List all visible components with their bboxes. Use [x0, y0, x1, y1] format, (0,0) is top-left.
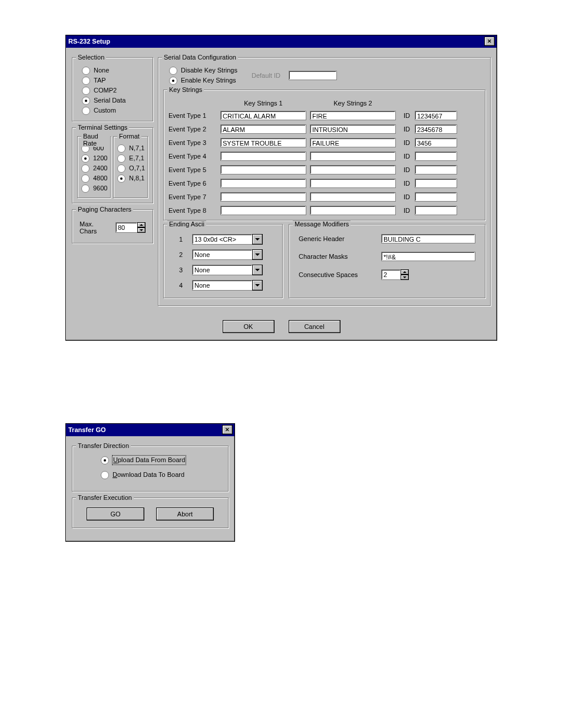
radio-icon — [101, 456, 109, 465]
radio-icon — [82, 77, 90, 85]
baud-1200[interactable]: 1200 — [81, 154, 108, 163]
transfer-execution-group: Transfer Execution GO Abort — [72, 498, 229, 528]
ks-mode-disable[interactable]: Disable Key Strings — [169, 66, 237, 75]
event-type-5-id[interactable] — [415, 165, 457, 174]
chevron-down-icon[interactable] — [252, 265, 263, 275]
ending-ascii-4-num: 4 — [176, 282, 186, 289]
radio-icon — [117, 154, 125, 163]
spinner-up-icon[interactable] — [401, 269, 409, 275]
paging-chars-group: Paging Characters Max. Chars 80 — [72, 209, 153, 243]
selection-option-none[interactable]: None — [82, 66, 148, 75]
event-type-8-id[interactable] — [415, 206, 457, 215]
format-n81[interactable]: N,8,1 — [117, 174, 145, 183]
default-id-label: Default ID — [252, 72, 280, 79]
radio-icon — [81, 164, 90, 173]
baud-group: Baud Rate 600 1200 2400 — [77, 136, 111, 198]
chevron-down-icon[interactable] — [252, 280, 263, 291]
event-type-7-k2[interactable] — [310, 192, 396, 202]
event-type-2-k2[interactable]: INTRUSION — [310, 124, 396, 134]
ending-ascii-3-value: None — [192, 265, 252, 275]
event-type-4-k2[interactable] — [310, 151, 396, 161]
spinner-down-icon[interactable] — [137, 228, 146, 233]
ending-ascii-2-combo[interactable]: None — [192, 249, 263, 260]
max-chars-label: Max. Chars — [80, 220, 110, 235]
radio-icon — [82, 67, 90, 75]
max-chars-value[interactable]: 80 — [115, 222, 137, 233]
upload-option[interactable]: Upload Data From Board — [101, 456, 221, 465]
id-label: ID — [399, 126, 411, 133]
event-type-5-k2[interactable] — [310, 165, 396, 174]
baud-4800[interactable]: 4800 — [81, 174, 108, 183]
event-type-4-k1[interactable] — [220, 151, 306, 161]
char-masks-input[interactable]: *!#& — [381, 252, 475, 261]
event-type-8-k1[interactable] — [220, 206, 306, 215]
selection-option-tap[interactable]: TAP — [82, 76, 148, 85]
baud-9600[interactable]: 9600 — [81, 184, 108, 193]
event-type-1-k1[interactable]: CRITICAL ALARM — [220, 111, 306, 120]
consec-spaces-spinner[interactable]: 2 — [381, 269, 409, 280]
close-icon[interactable]: ✕ — [222, 425, 233, 434]
ending-ascii-3-combo[interactable]: None — [192, 265, 263, 275]
radio-icon — [101, 471, 109, 479]
event-type-5-k1[interactable] — [220, 165, 306, 174]
ks-mode-enable[interactable]: Enable Key Strings — [169, 76, 237, 85]
event-type-6-k1[interactable] — [220, 179, 306, 188]
chevron-down-icon[interactable] — [252, 234, 263, 245]
ending-ascii-1-combo[interactable]: 13 0x0d <CR> — [192, 234, 263, 245]
event-type-6-id[interactable] — [415, 179, 457, 188]
ending-ascii-1-value: 13 0x0d <CR> — [192, 234, 252, 245]
ok-button[interactable]: OK — [223, 320, 275, 333]
event-type-3-label: Event Type 3 — [168, 139, 217, 146]
event-type-4-id[interactable] — [415, 151, 457, 161]
message-modifiers-legend: Message Modifiers — [293, 220, 351, 228]
baud-2400[interactable]: 2400 — [81, 164, 108, 173]
selection-option-comp2[interactable]: COMP2 — [82, 86, 148, 95]
spinner-up-icon[interactable] — [137, 222, 146, 228]
event-type-3-id[interactable]: 3456 — [415, 138, 457, 147]
ending-ascii-2-num: 2 — [176, 251, 186, 258]
event-type-6-k2[interactable] — [310, 179, 396, 188]
generic-header-input[interactable]: BUILDING C — [381, 234, 475, 243]
selection-option-serialdata[interactable]: Serial Data — [82, 96, 148, 105]
ending-ascii-4-combo[interactable]: None — [192, 280, 263, 291]
go-button[interactable]: GO — [87, 508, 144, 521]
abort-button[interactable]: Abort — [156, 508, 214, 521]
event-type-1-k2[interactable]: FIRE — [310, 111, 396, 120]
consec-spaces-value[interactable]: 2 — [381, 269, 401, 280]
format-e71[interactable]: E,7,1 — [117, 154, 145, 163]
spinner-down-icon[interactable] — [401, 275, 409, 280]
format-n71[interactable]: N,7,1 — [117, 144, 145, 153]
event-type-3-k2[interactable]: FAILURE — [310, 138, 396, 147]
ending-ascii-2-value: None — [192, 249, 252, 260]
download-option[interactable]: Download Data To Board — [101, 470, 221, 479]
ks-col1-header: Key Strings 1 — [220, 100, 306, 107]
id-label: ID — [399, 166, 411, 173]
selection-option-custom[interactable]: Custom — [82, 106, 148, 115]
consec-spaces-label: Consecutive Spaces — [299, 271, 375, 278]
radio-icon — [117, 174, 125, 183]
event-type-8-k2[interactable] — [310, 206, 396, 215]
transfer-direction-group: Transfer Direction Upload Data From Boar… — [72, 446, 229, 492]
id-label: ID — [399, 207, 411, 214]
sdc-legend: Serial Data Configuration — [162, 54, 238, 61]
serial-data-config-group: Serial Data Configuration Disable Key St… — [158, 57, 491, 306]
default-id-input[interactable] — [289, 71, 337, 80]
event-type-7-k1[interactable] — [220, 192, 306, 202]
max-chars-spinner[interactable]: 80 — [115, 222, 146, 233]
ending-ascii-4-value: None — [192, 280, 252, 291]
event-type-1-label: Event Type 1 — [168, 112, 217, 119]
event-type-3-k1[interactable]: SYSTEM TROUBLE — [220, 138, 306, 147]
event-type-1-id[interactable]: 1234567 — [415, 111, 457, 120]
close-icon[interactable]: ✕ — [484, 37, 495, 46]
event-type-7-id[interactable] — [415, 192, 457, 202]
chevron-down-icon[interactable] — [252, 249, 263, 260]
id-label: ID — [399, 193, 411, 200]
event-type-6-label: Event Type 6 — [168, 180, 217, 187]
radio-icon — [169, 77, 177, 85]
event-type-2-id[interactable]: 2345678 — [415, 124, 457, 134]
id-label: ID — [399, 139, 411, 146]
radio-icon — [81, 185, 90, 193]
format-o71[interactable]: O,7,1 — [117, 164, 145, 173]
event-type-2-k1[interactable]: ALARM — [220, 124, 306, 134]
cancel-button[interactable]: Cancel — [289, 320, 340, 333]
